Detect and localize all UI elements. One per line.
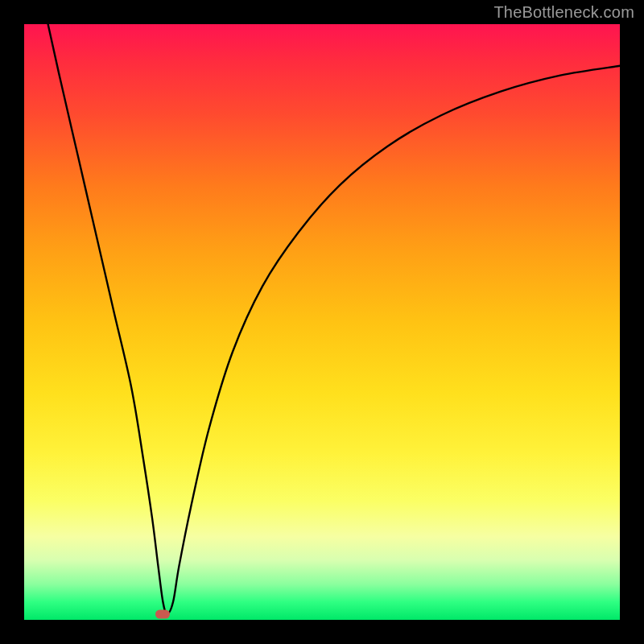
bottleneck-curve-path — [48, 24, 620, 614]
minimum-marker — [155, 609, 170, 618]
curve-svg — [24, 24, 620, 620]
plot-area — [24, 24, 620, 620]
watermark-text: TheBottleneck.com — [493, 3, 634, 22]
chart-frame: TheBottleneck.com — [0, 0, 644, 644]
